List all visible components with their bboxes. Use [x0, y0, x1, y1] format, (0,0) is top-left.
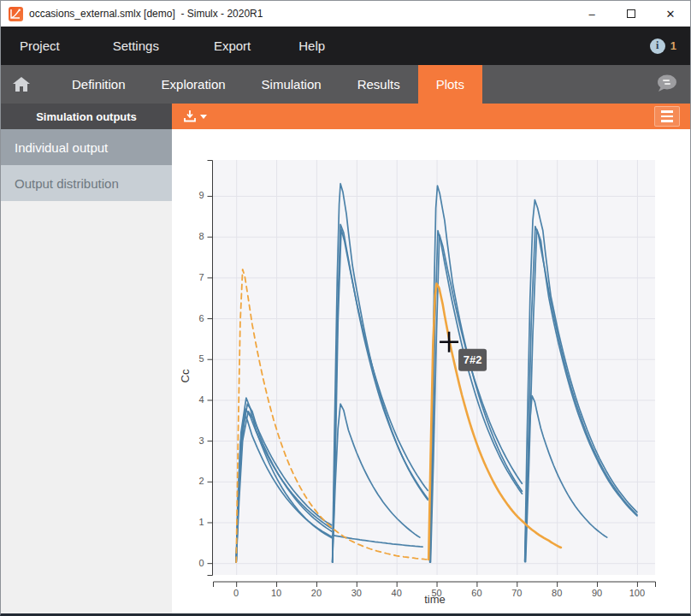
close-button[interactable]: ✕ — [651, 1, 690, 27]
application-window: occasions_external.smlx [demo] - Simulx … — [0, 0, 691, 616]
individual-output-chart[interactable]: 01234567890102030405060708090100Cctime7#… — [172, 129, 691, 613]
chat-bubble-icon[interactable] — [653, 73, 679, 95]
x-axis-title: time — [424, 593, 446, 606]
maximize-button[interactable] — [611, 1, 651, 27]
y-tick-label: 1 — [198, 517, 204, 527]
sidebar-item-individual-output[interactable]: Individual output — [1, 129, 172, 165]
tab-exploration[interactable]: Exploration — [144, 65, 244, 104]
y-tick-label: 0 — [198, 558, 204, 568]
x-tick-label: 30 — [351, 588, 362, 598]
x-tick-label: 90 — [592, 588, 602, 598]
menu-project[interactable]: Project — [9, 38, 70, 53]
tab-definition[interactable]: Definition — [54, 65, 144, 104]
x-axis-line — [214, 582, 656, 587]
hover-tooltip-label: 7#2 — [464, 353, 482, 366]
y-tick-label: 3 — [198, 435, 204, 446]
sidebar-header: Simulation outputs — [1, 104, 172, 129]
simulx-logo-icon — [9, 7, 23, 21]
title-bar: occasions_external.smlx [demo] - Simulx … — [1, 1, 690, 27]
minimize-button[interactable]: – — [572, 1, 611, 27]
menu-settings[interactable]: Settings — [103, 38, 169, 53]
plot-menu-button[interactable] — [654, 106, 680, 127]
menu-export[interactable]: Export — [204, 38, 261, 53]
y-tick-label: 8 — [198, 231, 204, 241]
x-tick-label: 100 — [629, 588, 645, 598]
y-tick-label: 4 — [198, 394, 204, 405]
y-axis-line — [208, 161, 213, 576]
home-tab[interactable] — [1, 65, 42, 104]
tab-results[interactable]: Results — [340, 65, 418, 104]
tab-simulation[interactable]: Simulation — [244, 65, 340, 104]
home-icon — [12, 76, 31, 92]
menu-help[interactable]: Help — [288, 38, 335, 53]
menu-bar: Project Settings Export Help i 1 — [1, 27, 690, 65]
y-tick-label: 9 — [198, 190, 204, 200]
x-tick-label: 40 — [392, 588, 402, 598]
x-tick-label: 20 — [311, 588, 322, 598]
y-tick-label: 2 — [198, 476, 204, 486]
download-caret-icon — [200, 115, 207, 119]
y-tick-label: 7 — [198, 272, 204, 282]
x-tick-label: 70 — [511, 588, 522, 598]
x-tick-label: 80 — [552, 588, 562, 598]
plot-toolbar — [172, 104, 690, 129]
download-button[interactable] — [183, 110, 207, 123]
sidebar: Simulation outputs Individual output Out… — [1, 104, 172, 613]
window-title: occasions_external.smlx [demo] - Simulx … — [29, 8, 263, 20]
plot-panel: 01234567890102030405060708090100Cctime7#… — [172, 104, 690, 613]
info-icon[interactable]: i — [650, 38, 665, 54]
notification-count: 1 — [670, 39, 676, 52]
x-tick-label: 60 — [471, 588, 481, 598]
y-axis-title: Cc — [179, 369, 192, 382]
x-tick-label: 10 — [271, 588, 281, 598]
y-tick-label: 6 — [198, 313, 204, 323]
tab-bar: Definition Exploration Simulation Result… — [1, 65, 690, 104]
x-tick-label: 0 — [233, 588, 239, 598]
download-icon — [183, 110, 197, 123]
chart-area: 01234567890102030405060708090100Cctime7#… — [172, 129, 690, 616]
sidebar-item-output-distribution[interactable]: Output distribution — [1, 165, 172, 201]
tab-plots[interactable]: Plots — [418, 65, 482, 104]
y-tick-label: 5 — [198, 353, 204, 364]
maximize-icon — [627, 9, 635, 18]
